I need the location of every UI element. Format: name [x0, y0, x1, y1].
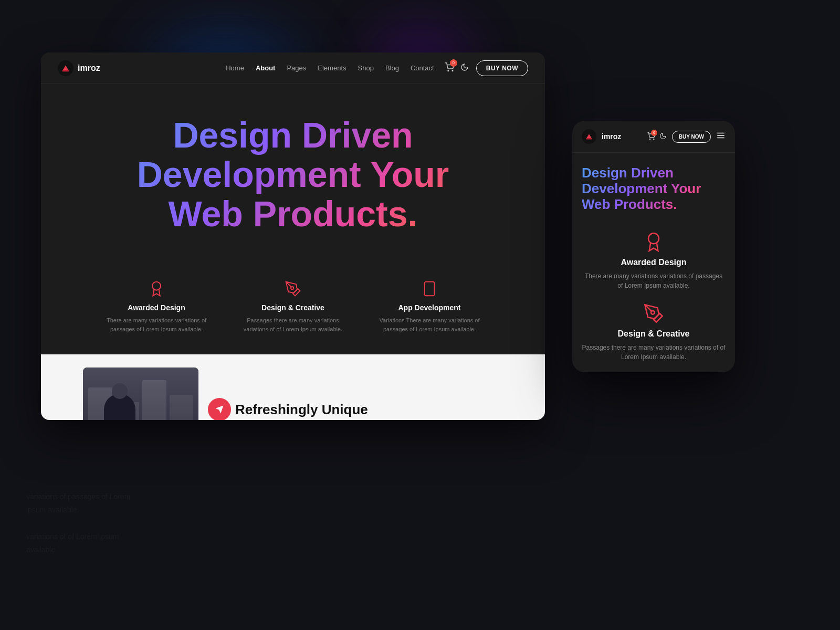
- desktop-logo: imroz: [58, 60, 100, 76]
- award-icon: [104, 280, 209, 297]
- cart-badge: 0: [450, 59, 457, 67]
- svg-point-13: [648, 233, 659, 244]
- nav-link-contact[interactable]: Contact: [411, 64, 434, 72]
- svg-point-8: [649, 139, 650, 139]
- mobile-cart-icon[interactable]: 0: [647, 132, 655, 142]
- feature-title-app: App Development: [377, 303, 482, 312]
- desktop-logo-icon: [58, 60, 74, 76]
- feature-title-design: Design & Creative: [240, 303, 345, 312]
- theme-toggle-icon[interactable]: [460, 63, 469, 74]
- mobile-feature-desc-awarded: There are many variations variations of …: [582, 271, 726, 290]
- mobile-award-icon: [582, 232, 726, 253]
- mobile-theme-icon[interactable]: [659, 132, 667, 141]
- feature-title-awarded: Awarded Design: [104, 303, 209, 312]
- mobile-nav-icons: 0: [647, 132, 667, 142]
- mobile-feature-title-awarded: Awarded Design: [582, 258, 726, 267]
- desktop-bottom-section: Refreshingly Unique: [41, 354, 545, 420]
- nav-link-about[interactable]: About: [256, 64, 276, 72]
- nav-link-shop[interactable]: Shop: [358, 64, 374, 72]
- smartphone-icon: [377, 280, 482, 297]
- pen-tool-icon: [240, 280, 345, 297]
- mobile-features-section: Awarded Design There are many variations…: [572, 221, 735, 372]
- svg-rect-0: [62, 70, 69, 71]
- desktop-logo-text: imroz: [78, 64, 100, 73]
- svg-point-9: [654, 139, 654, 139]
- mobile-logo-text: imroz: [602, 132, 642, 141]
- mobile-feature-card-design: Design & Creative Passages there are man…: [582, 303, 726, 362]
- nav-link-home[interactable]: Home: [226, 64, 244, 72]
- feature-card-app-development: App Development Variations There are man…: [377, 280, 482, 333]
- svg-point-14: [651, 311, 655, 314]
- desktop-features-section: Awarded Design There are many variations…: [41, 265, 545, 354]
- mobile-hero-title: Design Driven Development Your Web Produ…: [582, 165, 726, 213]
- cart-icon-btn[interactable]: 0: [445, 62, 454, 74]
- feature-desc-app: Variations There are many variations of …: [377, 316, 482, 333]
- bottom-image: [83, 368, 198, 420]
- mobile-pen-tool-icon: [582, 303, 726, 324]
- svg-point-1: [448, 70, 449, 71]
- nav-link-blog[interactable]: Blog: [385, 64, 399, 72]
- mobile-mockup: imroz 0 BUY NOW: [572, 121, 735, 372]
- mobile-nav: imroz 0 BUY NOW: [572, 121, 735, 153]
- desktop-buy-now-button[interactable]: BUY NOW: [476, 60, 528, 76]
- svg-rect-7: [586, 138, 592, 139]
- svg-point-2: [452, 70, 453, 71]
- nav-link-pages[interactable]: Pages: [287, 64, 306, 72]
- mobile-feature-desc-design: Passages there are many variations varia…: [582, 343, 726, 362]
- desktop-nav-icons: 0: [445, 62, 469, 74]
- desktop-hero-title: Design Driven Development Your Web Produ…: [83, 116, 503, 233]
- svg-rect-5: [425, 282, 435, 296]
- bottom-fab-button[interactable]: [208, 398, 231, 420]
- bottom-title: Refreshingly Unique: [235, 402, 368, 418]
- bottom-text-area: Refreshingly Unique: [219, 402, 368, 418]
- desktop-nav: imroz Home About Pages Elements Shop Blo…: [41, 52, 545, 84]
- mobile-feature-card-awarded: Awarded Design There are many variations…: [582, 232, 726, 290]
- svg-point-4: [291, 287, 293, 289]
- desktop-nav-links: Home About Pages Elements Shop Blog Cont…: [226, 64, 434, 72]
- mobile-cart-badge: 0: [651, 130, 657, 136]
- mobile-hamburger-icon[interactable]: [716, 131, 726, 143]
- desktop-mockup: imroz Home About Pages Elements Shop Blo…: [41, 52, 545, 420]
- mobile-buy-now-button[interactable]: BUY NOW: [672, 131, 711, 143]
- desktop-hero-section: Design Driven Development Your Web Produ…: [41, 84, 545, 265]
- nav-link-elements[interactable]: Elements: [318, 64, 346, 72]
- feature-card-design-creative: Design & Creative Passages there are man…: [240, 280, 345, 333]
- mobile-hero-section: Design Driven Development Your Web Produ…: [572, 153, 735, 221]
- person-image: [83, 368, 198, 420]
- mobile-logo-icon: [582, 129, 596, 144]
- feature-desc-awarded: There are many variations variations of …: [104, 316, 209, 333]
- bg-faded-text: variations of passages of Lorem ipsum av…: [26, 490, 130, 556]
- feature-card-awarded-design: Awarded Design There are many variations…: [104, 280, 209, 333]
- svg-point-3: [152, 282, 161, 290]
- feature-desc-design: Passages there are many variations varia…: [240, 316, 345, 333]
- mobile-feature-title-design: Design & Creative: [582, 329, 726, 339]
